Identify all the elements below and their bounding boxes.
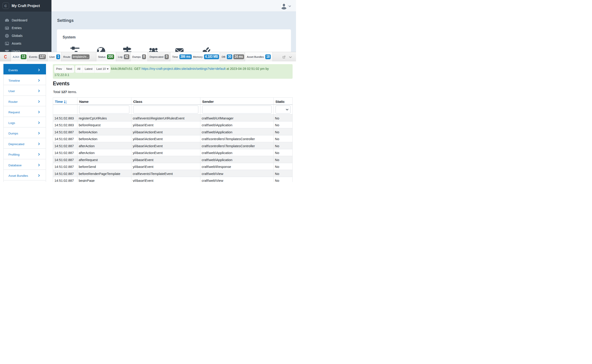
svg-text:9: 9: [66, 102, 67, 104]
